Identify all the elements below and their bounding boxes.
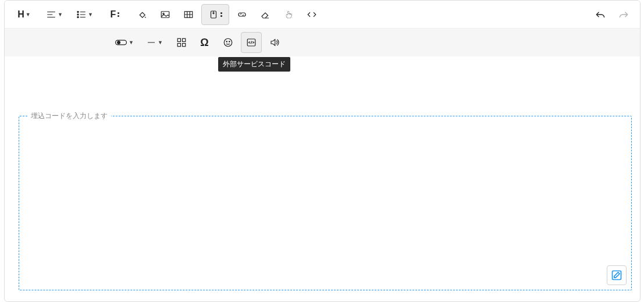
embed-code-box[interactable]: 埋込コードを入力します	[19, 116, 632, 290]
divider-dropdown[interactable]: ▼	[141, 32, 169, 53]
editor-area[interactable]: 埋込コードを入力します	[5, 56, 640, 302]
toggle-dropdown[interactable]: ▼	[111, 32, 138, 53]
svg-rect-21	[177, 44, 180, 47]
editor-container: H ▼ ▼ ▼ F	[4, 0, 641, 302]
chevron-down-icon: ▼	[158, 40, 163, 45]
omega-icon: Ω	[200, 37, 208, 49]
svg-point-5	[77, 13, 79, 15]
svg-rect-9	[161, 11, 169, 17]
svg-point-3	[77, 11, 79, 12]
undo-icon	[595, 9, 606, 20]
paint-bucket-button[interactable]	[131, 4, 152, 25]
grid-icon	[176, 37, 187, 48]
redo-icon	[618, 9, 629, 20]
font-dropdown[interactable]: F	[101, 4, 129, 25]
heading-dropdown[interactable]: H ▼	[10, 4, 38, 25]
link-button[interactable]	[232, 4, 252, 25]
attachment-icon	[208, 9, 219, 20]
redo-button[interactable]	[613, 4, 634, 25]
horizontal-rule-icon	[146, 37, 156, 48]
chevron-down-icon: ▼	[88, 12, 93, 17]
embed-code-icon	[246, 37, 257, 48]
eraser-icon	[260, 9, 271, 20]
pencil-square-icon	[611, 269, 622, 281]
toggle-icon	[115, 37, 127, 48]
paint-bucket-icon	[137, 9, 147, 20]
code-button[interactable]	[301, 4, 322, 25]
hand-pointer-icon	[283, 9, 294, 20]
eraser-button[interactable]	[255, 4, 276, 25]
toolbar-row-1: H ▼ ▼ ▼ F	[5, 1, 640, 29]
symbol-button[interactable]: Ω	[194, 32, 215, 53]
list-icon	[76, 9, 87, 20]
svg-point-7	[77, 16, 79, 17]
link-icon	[237, 9, 247, 20]
toolbar-row-2: ▼ ▼ Ω	[5, 29, 640, 56]
svg-rect-20	[182, 38, 185, 41]
audio-button[interactable]	[264, 32, 285, 53]
dots-icon	[220, 12, 222, 17]
undo-button[interactable]	[590, 4, 611, 25]
svg-rect-28	[612, 271, 621, 280]
speaker-icon	[269, 37, 280, 48]
heading-icon: H	[17, 9, 24, 20]
chevron-down-icon: ▼	[58, 12, 63, 17]
chevron-down-icon: ▼	[26, 12, 31, 17]
dots-icon	[117, 12, 119, 17]
table-button[interactable]	[178, 4, 199, 25]
svg-point-17	[118, 41, 120, 44]
svg-point-24	[226, 41, 227, 42]
svg-rect-19	[177, 38, 180, 41]
font-icon: F	[111, 9, 116, 20]
edit-embed-button[interactable]	[607, 265, 627, 285]
list-dropdown[interactable]: ▼	[71, 4, 99, 25]
svg-point-23	[224, 38, 232, 47]
attachment-dropdown[interactable]	[201, 4, 229, 25]
emoji-button[interactable]	[218, 32, 239, 53]
code-icon	[307, 9, 317, 20]
table-icon	[183, 9, 194, 20]
svg-point-25	[229, 41, 230, 42]
embed-box-label: 埋込コードを入力します	[27, 111, 111, 121]
smile-icon	[223, 37, 233, 48]
align-dropdown[interactable]: ▼	[41, 4, 69, 25]
chevron-down-icon: ▼	[129, 40, 134, 45]
align-left-icon	[46, 9, 56, 20]
image-icon	[160, 9, 170, 20]
image-button[interactable]	[155, 4, 176, 25]
grid-button[interactable]	[171, 32, 192, 53]
svg-rect-22	[182, 44, 185, 47]
svg-line-27	[251, 41, 252, 44]
embed-code-button[interactable]	[241, 32, 262, 53]
touch-button[interactable]	[278, 4, 299, 25]
